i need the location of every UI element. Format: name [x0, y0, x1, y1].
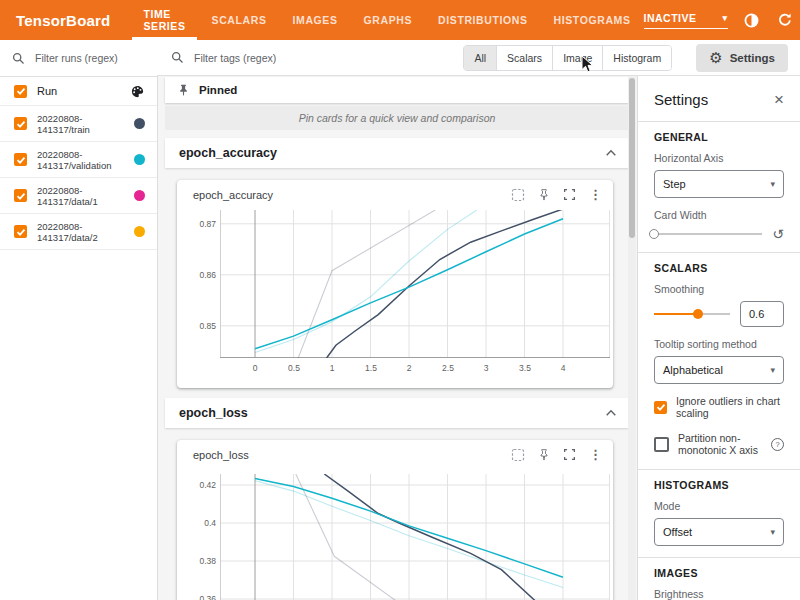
run-row-data-1[interactable]: 20220808-141317/data/1 [0, 178, 157, 214]
more-options-icon[interactable]: ⋮ [588, 447, 603, 462]
run-label: 20220808-141317/data/2 [37, 221, 134, 243]
run-label: 20220808-141317/data/1 [37, 185, 134, 207]
card-width-label: Card Width [654, 209, 784, 221]
gear-icon: ⚙ [709, 50, 722, 65]
histogram-mode-select[interactable]: Offset ▾ [654, 518, 784, 546]
chevron-up-icon[interactable] [605, 149, 617, 157]
run-checkbox[interactable] [14, 153, 27, 166]
epoch-accuracy-chart[interactable]: 0.850.860.8700.511.522.533.54 [220, 210, 610, 358]
status-value: INACTIVE [644, 12, 697, 24]
filter-chip-histogram[interactable]: Histogram [603, 46, 671, 70]
settings-button[interactable]: ⚙ Settings [696, 44, 788, 72]
filter-chip-image[interactable]: Image [553, 46, 603, 70]
pin-icon[interactable] [536, 187, 551, 202]
histogram-mode-label: Mode [654, 500, 784, 512]
settings-title: Settings [654, 91, 708, 108]
tag-type-filter-group: All Scalars Image Histogram [463, 45, 672, 71]
chevron-down-icon: ▾ [770, 527, 775, 537]
scalar-card-epoch-loss: epoch_loss ⋮ 0.360.380.40.42 [177, 440, 613, 600]
close-icon[interactable]: × [774, 91, 784, 108]
run-row-validation[interactable]: 20220808-141317/validation [0, 142, 157, 178]
smoothing-label: Smoothing [654, 283, 784, 295]
fullscreen-icon[interactable] [562, 447, 577, 462]
reset-icon[interactable]: ↺ [772, 227, 784, 241]
app-logo: TensorBoard [0, 12, 130, 29]
help-icon[interactable]: ? [771, 438, 784, 451]
tooltip-sorting-select[interactable]: Alphabetical ▾ [654, 356, 784, 384]
fullscreen-icon[interactable] [562, 187, 577, 202]
smoothing-slider[interactable] [654, 307, 730, 321]
run-checkbox[interactable] [14, 189, 27, 202]
tooltip-sorting-label: Tooltip sorting method [654, 338, 784, 350]
run-color-dot [134, 226, 145, 237]
card-title: epoch_accuracy [193, 189, 273, 201]
reload-status-select[interactable]: INACTIVE ▾ [644, 12, 728, 29]
tags-filter [171, 51, 463, 65]
card-actions: ⋮ [510, 447, 603, 462]
images-heading: IMAGES [654, 567, 784, 579]
section-title: epoch_accuracy [179, 146, 605, 160]
partition-x-axis-checkbox[interactable] [654, 437, 669, 452]
main-scrollbar-thumb[interactable] [629, 78, 635, 238]
search-icon [12, 52, 25, 65]
pinned-title: Pinned [199, 84, 237, 96]
section-title: epoch_loss [179, 406, 605, 420]
fit-domain-icon[interactable] [510, 187, 525, 202]
filter-chip-scalars[interactable]: Scalars [497, 46, 553, 70]
pin-icon[interactable] [536, 447, 551, 462]
run-select-all-checkbox[interactable] [14, 85, 27, 98]
card-width-slider[interactable] [654, 227, 762, 241]
search-icon [171, 51, 184, 64]
runs-sidebar: Run 20220808-141317/train 20220808-14131… [0, 40, 158, 600]
runs-header-label: Run [37, 85, 130, 97]
run-row-train[interactable]: 20220808-141317/train [0, 106, 157, 142]
brightness-label: Brightness [654, 588, 784, 600]
ignore-outliers-checkbox[interactable] [654, 401, 667, 414]
pin-icon [177, 83, 190, 97]
pinned-empty-notice: Pin cards for a quick view and compariso… [165, 106, 629, 130]
run-color-dot [134, 190, 145, 201]
refresh-icon[interactable] [776, 11, 794, 29]
chevron-down-icon: ▾ [723, 13, 728, 23]
run-label: 20220808-141317/train [37, 113, 134, 135]
chevron-down-icon: ▾ [770, 365, 775, 375]
scalars-heading: SCALARS [654, 262, 784, 274]
card-title: epoch_loss [193, 449, 249, 461]
tab-distributions[interactable]: DISTRIBUTIONS [425, 0, 540, 40]
tags-filter-input[interactable] [192, 51, 463, 65]
run-checkbox[interactable] [14, 117, 27, 130]
runs-filter-input[interactable] [33, 51, 149, 65]
tab-graphs[interactable]: GRAPHS [351, 0, 426, 40]
tab-time-series[interactable]: TIME SERIES [130, 0, 198, 40]
section-header-epoch-loss[interactable]: epoch_loss [165, 398, 629, 428]
fit-domain-icon[interactable] [510, 447, 525, 462]
histograms-heading: HISTOGRAMS [654, 479, 784, 491]
run-color-dot [134, 118, 145, 129]
run-row-data-2[interactable]: 20220808-141317/data/2 [0, 214, 157, 250]
cards-area: Pinned Pin cards for a quick view and co… [157, 76, 637, 600]
tags-toolbar: All Scalars Image Histogram ⚙ Settings [157, 40, 800, 76]
chevron-down-icon: ▾ [770, 179, 775, 189]
navbar-right: INACTIVE ▾ ⚙ ? [644, 11, 800, 29]
tab-scalars[interactable]: SCALARS [199, 0, 280, 40]
settings-panel: Settings × GENERAL Horizontal Axis Step … [637, 76, 800, 600]
brightness-icon[interactable] [743, 11, 761, 29]
tab-histograms[interactable]: HISTOGRAMS [541, 0, 644, 40]
smoothing-value-input[interactable]: 0.6 [740, 301, 784, 327]
top-navbar: TensorBoard TIME SERIES SCALARS IMAGES G… [0, 0, 800, 40]
run-color-dot [134, 154, 145, 165]
horizontal-axis-select[interactable]: Step ▾ [654, 170, 784, 198]
partition-x-axis-label: Partition non-monotonic X axis [678, 432, 762, 456]
filter-chip-all[interactable]: All [464, 46, 497, 70]
tensorboard-app: TensorBoard TIME SERIES SCALARS IMAGES G… [0, 0, 800, 600]
main-scrollbar-track [628, 76, 636, 600]
chevron-up-icon[interactable] [605, 409, 617, 417]
more-options-icon[interactable]: ⋮ [588, 187, 603, 202]
pinned-section-header: Pinned [165, 77, 629, 103]
epoch-loss-chart[interactable]: 0.360.380.40.42 [220, 474, 610, 600]
runs-header-row: Run [0, 77, 157, 106]
section-header-epoch-accuracy[interactable]: epoch_accuracy [165, 138, 629, 168]
run-checkbox[interactable] [14, 225, 27, 238]
tab-images[interactable]: IMAGES [280, 0, 351, 40]
palette-icon[interactable] [130, 84, 145, 99]
